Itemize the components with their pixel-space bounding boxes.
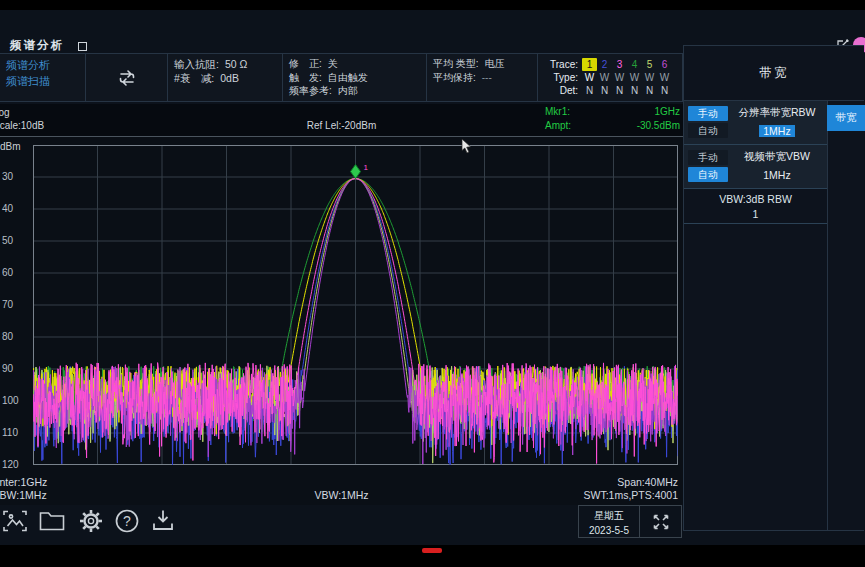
trace-type: W — [612, 71, 627, 84]
rbw-auto-button[interactable]: 自动 — [688, 123, 728, 138]
date: 2023-5-5 — [579, 523, 639, 538]
y-tick-label: 40 — [2, 203, 30, 214]
trace-type: W — [627, 71, 642, 84]
vbw-ratio-label: VBW:3dB RBW — [688, 192, 823, 207]
repeat-icon — [115, 67, 139, 89]
y-tick-label: 80 — [2, 331, 30, 342]
type-row-label: Type: — [542, 71, 578, 84]
spectrum-chart: 1 — [33, 145, 678, 465]
status-header: LogScale:10dB Ref Lel:-20dBm Mkr1: 1GHz … — [0, 104, 683, 137]
correction-label: 修 正: — [289, 57, 322, 71]
avg-hold-label: 平均保持: — [433, 71, 476, 85]
mode-nav: 频谱分析 频谱扫描 — [0, 54, 86, 101]
y-tick-label: 30 — [2, 171, 30, 182]
y-tick-label: 60 — [2, 267, 30, 278]
expand-icon[interactable] — [640, 505, 682, 538]
trace-3-button[interactable]: 3 — [612, 58, 627, 71]
avg-hold-value: --- — [482, 71, 492, 85]
bandwidth-menu-button[interactable]: 带宽 — [827, 105, 865, 131]
rbw-label: 分辨率带宽RBW — [730, 106, 824, 120]
vbw-auto-button[interactable]: 自动 — [688, 167, 728, 182]
span-readout: Span:40MHz — [478, 476, 678, 488]
marker-freq: 1GHz — [560, 106, 680, 117]
freq-ref-value: 内部 — [338, 84, 358, 98]
avg-type-value: 电压 — [485, 57, 505, 71]
app-window: 频谱分析 频谱分析 频谱扫描 输入抗阻:50 Ω #衰 减:0dB 修 正:关 … — [0, 10, 865, 545]
y-tick-label: 90 — [2, 363, 30, 374]
vbw-label: 视频带宽VBW — [730, 150, 824, 164]
y-tick-label: 70 — [2, 299, 30, 310]
attenuation-value: 0dB — [220, 71, 239, 85]
page-title: 频谱分析 — [10, 38, 64, 53]
y-tick-label: 100 — [2, 395, 30, 406]
vbw-ratio-value[interactable]: 1 — [688, 207, 823, 222]
trace-det: N — [597, 84, 612, 97]
folder-icon[interactable] — [38, 508, 66, 534]
impedance-label: 输入抗阻: — [174, 57, 219, 71]
attenuation-label: #衰 减: — [174, 71, 214, 85]
rbw-row: 手动 自动 分辨率带宽RBW 1MHz — [684, 101, 827, 145]
screen: { "window": { "title": "频谱分析" }, "toolba… — [0, 0, 865, 567]
trace-det: N — [642, 84, 657, 97]
trace-2-button[interactable]: 2 — [597, 58, 612, 71]
marker-ampt-value: -30.5dBm — [540, 120, 680, 131]
vbw-value-field[interactable]: 1MHz — [730, 169, 824, 181]
trace-det: N — [657, 84, 672, 97]
nav-spectrum-analysis[interactable]: 频谱分析 — [6, 57, 79, 73]
trace-type: W — [657, 71, 672, 84]
trace-table: Trace:123456 Type:WWWWWW Det:NNNNNN — [538, 54, 683, 101]
impedance-value: 50 Ω — [225, 57, 247, 71]
rbw-value-field[interactable]: 1MHz — [759, 125, 794, 137]
trace-type: W — [642, 71, 657, 84]
weekday: 星期五 — [579, 508, 639, 523]
tab-indicator-icon[interactable] — [78, 42, 87, 51]
continuous-sweep-button[interactable] — [86, 54, 168, 101]
trigger-label: 触 发: — [289, 71, 322, 85]
panel-settings-column: 手动 自动 分辨率带宽RBW 1MHz 手动 自动 视频带宽VBW 1MHz V… — [684, 101, 828, 531]
trace-row-label: Trace: — [542, 58, 578, 71]
red-progress-bar[interactable] — [422, 548, 442, 553]
trace-type: W — [582, 71, 597, 84]
top-toolbar: 频谱分析 频谱扫描 输入抗阻:50 Ω #衰 减:0dB 修 正:关 触 发:自… — [0, 53, 683, 102]
mouse-cursor — [461, 139, 472, 154]
y-tick-label: 110 — [2, 427, 30, 438]
trace-5-button[interactable]: 5 — [642, 58, 657, 71]
bottom-toolbar: ? 星期五 2023-5-5 — [0, 505, 683, 545]
save-icon[interactable] — [150, 508, 176, 534]
trace-det: N — [627, 84, 642, 97]
trace-det: N — [582, 84, 597, 97]
vbw-manual-button[interactable]: 手动 — [688, 150, 728, 165]
det-row-label: Det: — [542, 84, 578, 97]
svg-text:?: ? — [123, 513, 131, 529]
date-display: 星期五 2023-5-5 — [578, 505, 640, 538]
panel-title: 带宽 — [684, 46, 864, 101]
trace-type: W — [597, 71, 612, 84]
spectrum-display: dBm 30405060708090100110120 1 — [0, 137, 683, 505]
trace-det: N — [612, 84, 627, 97]
trace-1-button[interactable]: 1 — [582, 58, 597, 71]
impedance-info: 输入抗阻:50 Ω #衰 减:0dB — [168, 54, 283, 101]
y-tick-label: 50 — [2, 235, 30, 246]
y-tick-label: 120 — [2, 459, 30, 470]
marker-1-label: 1 — [364, 163, 369, 172]
help-icon[interactable]: ? — [114, 508, 140, 534]
avg-type-label: 平均 类型: — [433, 57, 479, 71]
y-axis-unit: dBm — [0, 141, 21, 152]
center-freq-readout: Center:1GHz — [0, 476, 47, 488]
vbw-row: 手动 自动 视频带宽VBW 1MHz — [684, 145, 827, 189]
rbw-manual-button[interactable]: 手动 — [688, 106, 728, 121]
trace-4-button[interactable]: 4 — [627, 58, 642, 71]
correction-value: 关 — [328, 57, 338, 71]
screenshot-icon[interactable] — [2, 508, 28, 534]
trigger-value: 自由触发 — [328, 71, 368, 85]
trigger-info: 修 正:关 触 发:自由触发 频率参考:内部 — [283, 54, 427, 101]
trace-6-button[interactable]: 6 — [657, 58, 672, 71]
swt-readout: SWT:1ms,PTS:4001 — [478, 489, 678, 501]
nav-spectrum-sweep[interactable]: 频谱扫描 — [6, 73, 79, 89]
freq-ref-label: 频率参考: — [289, 84, 332, 98]
vbw-ratio-row: VBW:3dB RBW 1 — [684, 189, 827, 224]
average-info: 平均 类型:电压 平均保持:--- — [427, 54, 538, 101]
gear-icon[interactable] — [78, 508, 104, 534]
